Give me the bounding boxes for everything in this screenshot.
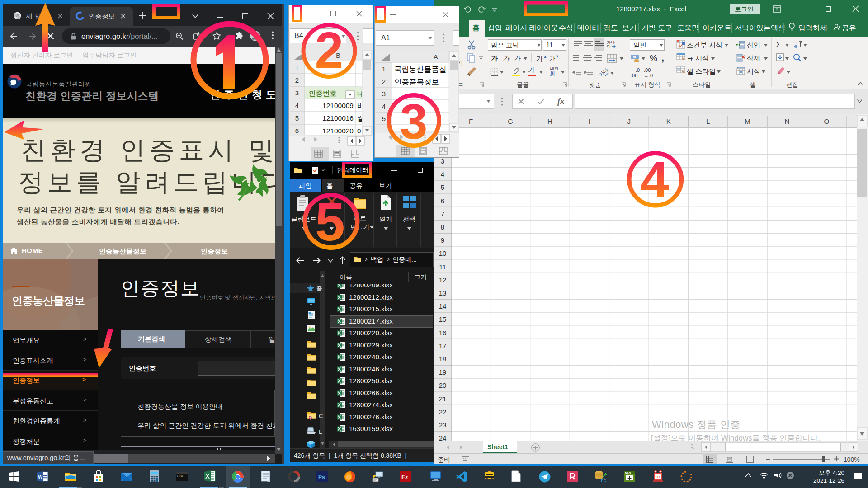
svg-text:3: 3 (295, 89, 299, 97)
svg-text:9: 9 (441, 236, 444, 244)
svg-text:쌀: 쌀 (357, 114, 364, 122)
svg-text:5: 5 (382, 115, 386, 122)
svg-text:1: 1 (382, 65, 386, 73)
svg-text:B: B (336, 52, 340, 59)
svg-text:12100020: 12100020 (322, 127, 354, 135)
svg-text:NAS: NAS (625, 472, 631, 474)
svg-text:19: 19 (439, 368, 447, 376)
svg-text:20: 20 (439, 381, 447, 389)
svg-text:2: 2 (441, 144, 444, 152)
svg-text:12100009: 12100009 (322, 102, 354, 109)
svg-text:N: N (784, 117, 789, 125)
svg-text:2: 2 (295, 76, 299, 84)
svg-text:ㅎ: ㅎ (793, 44, 798, 48)
svg-text:다: 다 (607, 44, 611, 49)
svg-text:가나: 가나 (607, 40, 615, 45)
svg-text:7: 7 (441, 210, 444, 218)
svg-text:3: 3 (382, 90, 386, 98)
svg-text:Ps: Ps (318, 474, 325, 480)
svg-text:14: 14 (439, 302, 447, 310)
svg-text:21: 21 (439, 395, 447, 403)
svg-text:국립농산물품질: 국립농산물품질 (394, 65, 447, 73)
svg-text:3: 3 (400, 94, 427, 149)
svg-text:12: 12 (439, 276, 447, 284)
svg-text:3: 3 (441, 157, 444, 165)
svg-text:17: 17 (439, 342, 447, 350)
svg-text:1: 1 (295, 64, 299, 71)
svg-text:18: 18 (439, 355, 447, 363)
svg-text:0: 0 (357, 127, 361, 135)
svg-text:23: 23 (439, 421, 447, 429)
svg-text:O: O (824, 117, 829, 125)
svg-text:H: H (547, 117, 552, 125)
svg-text:2: 2 (382, 78, 386, 85)
svg-text:22: 22 (439, 408, 447, 416)
svg-text:A: A (434, 53, 438, 61)
svg-text:5: 5 (441, 183, 444, 191)
svg-text:6: 6 (441, 197, 444, 205)
svg-text:인증품목정보: 인증품목정보 (394, 78, 439, 86)
svg-text:5: 5 (295, 114, 299, 122)
svg-text:PDF: PDF (656, 475, 661, 479)
svg-text:인증번호: 인증번호 (309, 89, 337, 97)
svg-text:12100016: 12100016 (322, 114, 354, 122)
svg-text:대: 대 (357, 90, 364, 98)
svg-text:5: 5 (315, 192, 345, 252)
svg-text:C:\\: C:\\ (177, 474, 183, 478)
svg-text:4: 4 (640, 151, 669, 208)
svg-text:8: 8 (441, 223, 444, 231)
svg-text:K: K (666, 117, 671, 125)
svg-text:13: 13 (439, 289, 447, 297)
svg-text:G: G (508, 117, 513, 125)
svg-text:11: 11 (439, 263, 446, 271)
svg-text:4: 4 (382, 103, 386, 110)
svg-text:바: 바 (357, 102, 364, 109)
svg-text:2: 2 (315, 21, 343, 79)
svg-text:Fz: Fz (401, 474, 408, 480)
svg-text:J: J (627, 117, 631, 125)
svg-text:W: W (38, 474, 43, 479)
svg-text:L: L (706, 117, 710, 125)
svg-text:15: 15 (439, 315, 447, 323)
svg-text:F: F (469, 117, 473, 125)
svg-text:6: 6 (295, 127, 299, 135)
svg-text:10: 10 (439, 249, 447, 257)
svg-text:4: 4 (441, 170, 444, 178)
svg-text:M: M (745, 117, 750, 125)
svg-text:16: 16 (439, 329, 447, 337)
svg-text:I: I (589, 117, 590, 125)
svg-text:1: 1 (441, 131, 444, 139)
svg-text:ㄱ: ㄱ (793, 41, 798, 46)
svg-text:24: 24 (439, 434, 447, 441)
svg-text:4: 4 (295, 102, 299, 109)
svg-text:가나: 가나 (599, 68, 609, 78)
